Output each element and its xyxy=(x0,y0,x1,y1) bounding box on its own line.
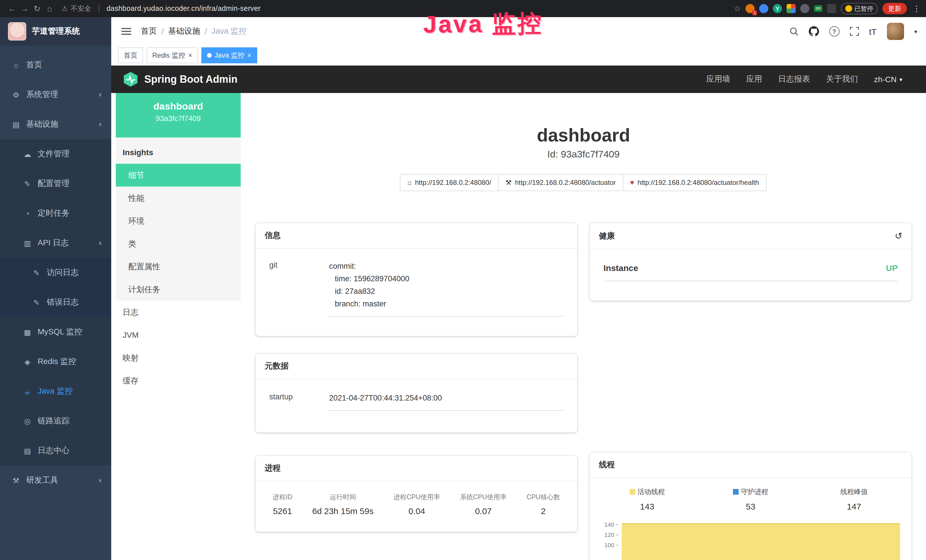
sba-nav-journal[interactable]: 日志报表 xyxy=(778,74,810,85)
instance-header[interactable]: dashboard 93a3fc7f7409 xyxy=(116,93,241,138)
chevron-down-icon: ∨ xyxy=(98,478,102,483)
back-icon[interactable]: ← xyxy=(6,4,18,13)
health-url-link[interactable]: ♥ http://192.168.0.2:48080/actuator/heal… xyxy=(623,174,766,191)
extension-icon[interactable] xyxy=(759,4,768,13)
sba-item-performance[interactable]: 性能 xyxy=(116,186,241,209)
search-icon[interactable] xyxy=(789,27,798,36)
info-card: 信息 git commit: time: 1596289704000 id: 2… xyxy=(256,223,577,336)
stat-label: 线程峰值 xyxy=(802,487,906,497)
page-subtitle: Id: 93a3fc7f7409 xyxy=(241,148,926,162)
process-stat: 运行时间 6d 23h 15m 59s xyxy=(312,493,374,516)
sidebar-item-label: 链路追踪 xyxy=(38,416,70,426)
sidebar-item-dev-tools[interactable]: ⚒ 研发工具 ∨ xyxy=(0,466,111,495)
sidebar-menu: ⌂ 首页 ⚙ 系统管理 ∨ ▤ 基础设施 ∧ ☁ 文件管理 xyxy=(0,45,111,495)
log-icon: ✎ xyxy=(32,268,41,277)
info-line: id: 27aa832 xyxy=(335,285,563,298)
process-stat: CPU核心数 2 xyxy=(527,493,560,516)
stat-label: 进程CPU使用率 xyxy=(393,493,440,501)
sidebar-item-label: 访问日志 xyxy=(47,268,79,278)
sidebar-item-log-center[interactable]: ▤ 日志中心 xyxy=(0,436,111,466)
process-stat: 系统CPU使用率 0.07 xyxy=(460,493,507,516)
sidebar-item-error-logs[interactable]: ✎ 错误日志 xyxy=(0,288,111,317)
address-url[interactable]: dashboard.yudao.iocoder.cn/infra/admin-s… xyxy=(107,5,261,12)
github-icon[interactable] xyxy=(808,26,819,36)
sba-item-classes[interactable]: 类 xyxy=(116,232,241,255)
caret-down-icon[interactable]: ▾ xyxy=(914,28,917,35)
actuator-url-link[interactable]: ⚒ http://192.168.0.2:48080/actuator xyxy=(498,174,623,191)
tab-home[interactable]: 首页 xyxy=(118,47,143,64)
sidebar-item-mysql-monitor[interactable]: ▦ MySQL 监控 xyxy=(0,317,111,347)
app-header: 首页 / 基础设施 / Java 监控 ? tT ▾ xyxy=(111,17,926,45)
bookmark-star-icon[interactable]: ☆ xyxy=(734,4,741,13)
sidebar-item-home[interactable]: ⌂ 首页 xyxy=(0,50,111,80)
service-url-link[interactable]: ⌂ http://192.168.0.2:48080/ xyxy=(400,174,498,191)
forward-icon[interactable]: → xyxy=(18,4,31,13)
sidebar-item-file-management[interactable]: ☁ 文件管理 xyxy=(0,139,111,169)
sidebar-item-scheduled-jobs[interactable]: ◔ 定时任务 xyxy=(0,198,111,228)
browser-home-icon[interactable]: ⌂ xyxy=(43,4,56,13)
sidebar-item-java-monitor[interactable]: ☕ Java 监控 xyxy=(0,377,111,406)
extension-on-badge[interactable]: on xyxy=(814,5,823,12)
font-size-icon[interactable]: tT xyxy=(869,27,877,36)
breadcrumb-item[interactable]: 基础设施 xyxy=(168,26,200,36)
sba-nav-wallboard[interactable]: 应用墙 xyxy=(707,74,730,85)
browser-menu-icon[interactable]: ⋮ xyxy=(912,4,921,13)
sba-item-mappings[interactable]: 映射 xyxy=(116,346,241,369)
info-card-title: 信息 xyxy=(256,223,577,249)
sidebar-item-label: 配置管理 xyxy=(38,179,70,189)
extensions-puzzle-icon[interactable] xyxy=(827,4,836,13)
sidebar-item-redis-monitor[interactable]: ◈ Redis 监控 xyxy=(0,347,111,377)
close-icon[interactable]: × xyxy=(247,52,251,59)
sidebar-item-api-logs[interactable]: ▥ API 日志 ∧ xyxy=(0,228,111,258)
sidebar-item-access-logs[interactable]: ✎ 访问日志 xyxy=(0,258,111,288)
browser-toolbar: ← → ↻ ⌂ ⚠ 不安全 dashboard.yudao.iocoder.cn… xyxy=(0,0,926,17)
sba-nav-applications[interactable]: 应用 xyxy=(746,74,762,85)
sidebar-item-link-tracing[interactable]: ◎ 链路追踪 xyxy=(0,406,111,436)
sba-item-jvm[interactable]: JVM xyxy=(116,324,241,346)
update-button[interactable]: 更新 xyxy=(882,3,907,14)
threads-chart-area xyxy=(622,523,900,560)
hamburger-icon[interactable] xyxy=(120,27,132,36)
sba-item-config-props[interactable]: 配置属性 xyxy=(116,255,241,278)
health-card-header: 健康 ↺ xyxy=(590,223,911,249)
breadcrumb-item[interactable]: 首页 xyxy=(141,26,157,36)
extension-badge: 1 xyxy=(752,10,757,15)
breadcrumb-separator: / xyxy=(205,27,207,36)
history-icon[interactable]: ↺ xyxy=(895,230,902,241)
sba-item-environment[interactable]: 环境 xyxy=(116,209,241,232)
avatar[interactable] xyxy=(887,23,904,40)
status-badge: UP xyxy=(886,263,898,273)
chevron-up-icon: ∧ xyxy=(98,121,102,127)
extension-icon[interactable] xyxy=(787,4,796,13)
extension-icon[interactable]: Y xyxy=(773,4,782,13)
sidebar-item-system-management[interactable]: ⚙ 系统管理 ∨ xyxy=(0,80,111,109)
legend-square-blue xyxy=(733,489,738,495)
sba-brand[interactable]: Spring Boot Admin xyxy=(144,73,238,85)
extension-icon[interactable] xyxy=(800,4,809,13)
sidebar-logo[interactable]: 芋道管理系统 xyxy=(0,17,111,45)
help-icon[interactable]: ? xyxy=(829,26,839,36)
sba-nav-about[interactable]: 关于我们 xyxy=(826,74,858,85)
extension-icon[interactable]: 1 xyxy=(746,4,755,13)
close-icon[interactable]: × xyxy=(188,52,192,59)
site-security[interactable]: ⚠ 不安全 dashboard.yudao.iocoder.cn/infra/a… xyxy=(62,4,261,14)
reload-icon[interactable]: ↻ xyxy=(31,4,43,13)
sba-item-logs[interactable]: 日志 xyxy=(116,301,241,324)
metadata-card: 元数据 startup 2021-04-27T00:44:31.254+08:0… xyxy=(256,354,577,433)
sidebar-item-label: 文件管理 xyxy=(38,149,70,159)
info-value: commit: time: 1596289704000 id: 27aa832 … xyxy=(329,260,563,317)
threads-stats: 活动线程 143 守护进程 53 线程峰值 xyxy=(590,478,911,513)
info-line: time: 1596289704000 xyxy=(335,273,563,285)
sidebar-item-infrastructure[interactable]: ▤ 基础设施 ∧ xyxy=(0,109,111,139)
fullscreen-icon[interactable] xyxy=(850,27,859,36)
sba-item-scheduled-tasks[interactable]: 计划任务 xyxy=(116,278,241,301)
sba-item-details[interactable]: 细节 xyxy=(116,164,241,186)
paused-badge[interactable]: 已暂停 xyxy=(841,3,878,14)
breadcrumb: 首页 / 基础设施 / Java 监控 xyxy=(141,26,247,36)
gear-icon: ⚙ xyxy=(11,91,21,99)
sidebar-item-config-management[interactable]: ✎ 配置管理 xyxy=(0,169,111,198)
sba-item-caches[interactable]: 缓存 xyxy=(116,369,241,392)
sba-language-select[interactable]: zh-CN ▾ xyxy=(874,75,902,84)
tab-java-monitor[interactable]: Java 监控 × xyxy=(201,47,257,64)
tab-redis-monitor[interactable]: Redis 监控 × xyxy=(147,47,198,64)
